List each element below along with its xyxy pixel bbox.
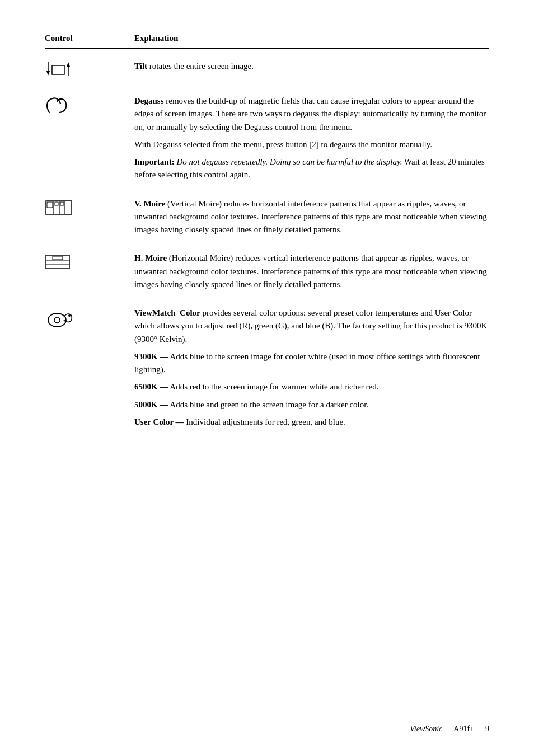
svg-rect-11 <box>60 202 64 205</box>
degauss-icon <box>45 96 69 117</box>
footer-model: A91f+ <box>453 725 474 734</box>
row-vmoire: V. Moire (Vertical Moire) reduces horizo… <box>45 198 489 237</box>
viewmatch-text: ViewMatch Color provides several color o… <box>134 307 489 429</box>
svg-rect-2 <box>52 65 64 74</box>
svg-point-17 <box>54 317 60 323</box>
svg-point-18 <box>68 314 71 317</box>
vmoire-icon-cell <box>45 198 134 217</box>
row-degauss: Degauss removes the build-up of magnetic… <box>45 95 489 182</box>
svg-rect-12 <box>46 255 69 269</box>
row-hmoire: H. Moire (Horizontal Moire) reduces vert… <box>45 252 489 291</box>
vmoire-icon <box>45 199 74 217</box>
degauss-text: Degauss removes the build-up of magnetic… <box>134 95 489 182</box>
vmoire-text: V. Moire (Vertical Moire) reduces horizo… <box>134 198 489 237</box>
footer-page: 9 <box>485 725 489 734</box>
hmoire-icon <box>45 253 71 271</box>
svg-point-16 <box>48 313 66 327</box>
svg-marker-4 <box>67 62 70 67</box>
page: Control Explanation Tilt rotates the ent… <box>0 0 534 756</box>
row-viewmatch: ViewMatch Color provides several color o… <box>45 307 489 429</box>
degauss-icon-cell <box>45 95 134 117</box>
viewmatch-icon-cell <box>45 307 134 330</box>
svg-rect-15 <box>53 256 63 260</box>
hmoire-text: H. Moire (Horizontal Moire) reduces vert… <box>134 252 489 291</box>
svg-marker-1 <box>46 71 50 76</box>
footer-brand: ViewSonic <box>410 725 442 734</box>
tilt-text: Tilt rotates the entire screen image. <box>134 60 489 73</box>
hmoire-icon-cell <box>45 252 134 271</box>
row-tilt: Tilt rotates the entire screen image. <box>45 60 489 79</box>
footer: ViewSonic A91f+ 9 <box>410 725 489 734</box>
tilt-icon-cell <box>45 60 134 79</box>
table-header: Control Explanation <box>45 34 489 49</box>
svg-rect-9 <box>47 202 53 208</box>
header-explanation: Explanation <box>134 34 178 43</box>
viewmatch-icon <box>45 308 75 330</box>
header-control: Control <box>45 34 134 43</box>
tilt-icon <box>45 61 74 79</box>
svg-rect-10 <box>55 202 58 205</box>
